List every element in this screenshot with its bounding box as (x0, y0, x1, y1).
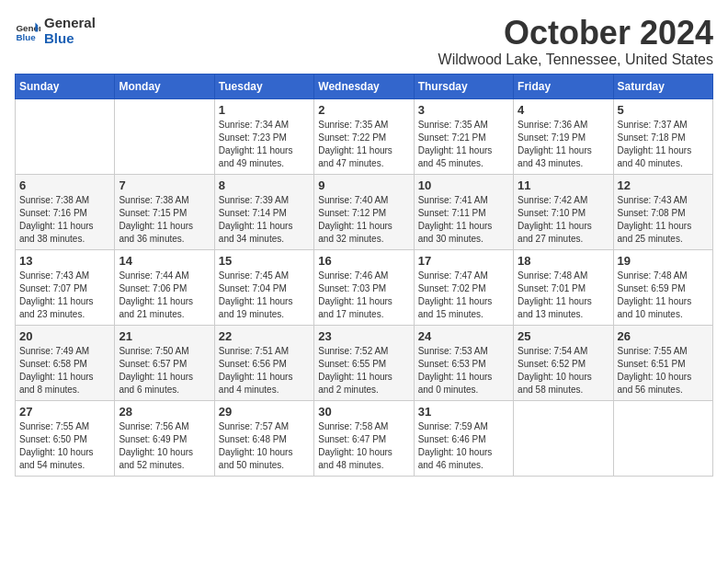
calendar-day-cell: 17Sunrise: 7:47 AM Sunset: 7:02 PM Dayli… (414, 249, 513, 325)
weekday-header: Monday (115, 74, 214, 98)
title-block: October 2024 Wildwood Lake, Tennessee, U… (438, 15, 713, 68)
day-number: 16 (318, 254, 409, 268)
day-number: 2 (318, 103, 409, 117)
day-info: Sunrise: 7:48 AM Sunset: 6:59 PM Dayligh… (618, 270, 709, 321)
day-number: 4 (518, 103, 609, 117)
day-number: 15 (219, 254, 310, 268)
day-number: 14 (119, 254, 210, 268)
day-number: 8 (219, 178, 310, 192)
logo-line2: Blue (44, 30, 96, 46)
day-number: 19 (618, 254, 709, 268)
weekday-header-row: SundayMondayTuesdayWednesdayThursdayFrid… (16, 74, 713, 98)
logo: General Blue General Blue (15, 15, 96, 46)
day-info: Sunrise: 7:58 AM Sunset: 6:47 PM Dayligh… (318, 420, 409, 472)
day-info: Sunrise: 7:35 AM Sunset: 7:22 PM Dayligh… (318, 119, 409, 170)
logo-icon: General Blue (15, 17, 40, 43)
calendar-week-row: 13Sunrise: 7:43 AM Sunset: 7:07 PM Dayli… (16, 249, 713, 325)
day-number: 29 (219, 405, 310, 419)
calendar-day-cell: 19Sunrise: 7:48 AM Sunset: 6:59 PM Dayli… (613, 249, 712, 325)
day-info: Sunrise: 7:37 AM Sunset: 7:18 PM Dayligh… (618, 119, 709, 170)
day-info: Sunrise: 7:38 AM Sunset: 7:15 PM Dayligh… (119, 194, 210, 246)
day-info: Sunrise: 7:49 AM Sunset: 6:58 PM Dayligh… (19, 345, 110, 396)
calendar-day-cell: 27Sunrise: 7:55 AM Sunset: 6:50 PM Dayli… (16, 400, 115, 476)
day-number: 24 (418, 329, 509, 343)
weekday-header: Sunday (16, 74, 115, 98)
calendar-week-row: 6Sunrise: 7:38 AM Sunset: 7:16 PM Daylig… (16, 174, 713, 249)
calendar-week-row: 27Sunrise: 7:55 AM Sunset: 6:50 PM Dayli… (16, 400, 713, 476)
day-number: 3 (418, 103, 509, 117)
day-info: Sunrise: 7:39 AM Sunset: 7:14 PM Dayligh… (219, 194, 310, 246)
weekday-header: Tuesday (214, 74, 313, 98)
day-info: Sunrise: 7:50 AM Sunset: 6:57 PM Dayligh… (119, 345, 210, 396)
day-info: Sunrise: 7:47 AM Sunset: 7:02 PM Dayligh… (418, 270, 509, 321)
svg-text:Blue: Blue (16, 32, 36, 42)
day-info: Sunrise: 7:56 AM Sunset: 6:49 PM Dayligh… (119, 420, 210, 472)
day-number: 30 (318, 405, 409, 419)
day-info: Sunrise: 7:55 AM Sunset: 6:51 PM Dayligh… (618, 345, 709, 396)
day-number: 7 (119, 178, 210, 192)
calendar-day-cell: 3Sunrise: 7:35 AM Sunset: 7:21 PM Daylig… (414, 98, 513, 174)
weekday-header: Saturday (613, 74, 712, 98)
calendar-day-cell: 24Sunrise: 7:53 AM Sunset: 6:53 PM Dayli… (414, 325, 513, 400)
location: Wildwood Lake, Tennessee, United States (438, 52, 713, 68)
calendar-day-cell: 30Sunrise: 7:58 AM Sunset: 6:47 PM Dayli… (314, 400, 414, 476)
day-info: Sunrise: 7:35 AM Sunset: 7:21 PM Dayligh… (418, 119, 509, 170)
calendar-day-cell: 6Sunrise: 7:38 AM Sunset: 7:16 PM Daylig… (16, 174, 115, 249)
calendar-day-cell: 28Sunrise: 7:56 AM Sunset: 6:49 PM Dayli… (115, 400, 214, 476)
day-info: Sunrise: 7:52 AM Sunset: 6:55 PM Dayligh… (318, 345, 409, 396)
day-number: 28 (119, 405, 210, 419)
weekday-header: Thursday (414, 74, 513, 98)
calendar-week-row: 1Sunrise: 7:34 AM Sunset: 7:23 PM Daylig… (16, 98, 713, 174)
calendar-day-cell (115, 98, 214, 174)
day-number: 5 (618, 103, 709, 117)
calendar-day-cell (16, 98, 115, 174)
calendar-day-cell: 10Sunrise: 7:41 AM Sunset: 7:11 PM Dayli… (414, 174, 513, 249)
calendar-day-cell: 1Sunrise: 7:34 AM Sunset: 7:23 PM Daylig… (214, 98, 313, 174)
calendar-day-cell: 20Sunrise: 7:49 AM Sunset: 6:58 PM Dayli… (16, 325, 115, 400)
calendar-day-cell: 29Sunrise: 7:57 AM Sunset: 6:48 PM Dayli… (214, 400, 313, 476)
day-info: Sunrise: 7:42 AM Sunset: 7:10 PM Dayligh… (518, 194, 609, 246)
day-info: Sunrise: 7:46 AM Sunset: 7:03 PM Dayligh… (318, 270, 409, 321)
calendar-day-cell: 21Sunrise: 7:50 AM Sunset: 6:57 PM Dayli… (115, 325, 214, 400)
month-title: October 2024 (438, 15, 713, 52)
day-number: 12 (618, 178, 709, 192)
day-number: 23 (318, 329, 409, 343)
calendar-day-cell (514, 400, 613, 476)
weekday-header: Friday (514, 74, 613, 98)
calendar-day-cell: 12Sunrise: 7:43 AM Sunset: 7:08 PM Dayli… (613, 174, 712, 249)
day-number: 27 (19, 405, 110, 419)
day-info: Sunrise: 7:54 AM Sunset: 6:52 PM Dayligh… (518, 345, 609, 396)
day-info: Sunrise: 7:48 AM Sunset: 7:01 PM Dayligh… (518, 270, 609, 321)
page-header: General Blue General Blue October 2024 W… (15, 15, 713, 68)
calendar-day-cell: 11Sunrise: 7:42 AM Sunset: 7:10 PM Dayli… (514, 174, 613, 249)
calendar-day-cell: 25Sunrise: 7:54 AM Sunset: 6:52 PM Dayli… (514, 325, 613, 400)
calendar-table: SundayMondayTuesdayWednesdayThursdayFrid… (15, 74, 713, 477)
day-info: Sunrise: 7:57 AM Sunset: 6:48 PM Dayligh… (219, 420, 310, 472)
calendar-day-cell: 26Sunrise: 7:55 AM Sunset: 6:51 PM Dayli… (613, 325, 712, 400)
calendar-week-row: 20Sunrise: 7:49 AM Sunset: 6:58 PM Dayli… (16, 325, 713, 400)
day-number: 11 (518, 178, 609, 192)
calendar-day-cell: 5Sunrise: 7:37 AM Sunset: 7:18 PM Daylig… (613, 98, 712, 174)
day-number: 26 (618, 329, 709, 343)
day-number: 20 (19, 329, 110, 343)
day-number: 13 (19, 254, 110, 268)
logo-line1: General (44, 15, 96, 30)
day-info: Sunrise: 7:38 AM Sunset: 7:16 PM Dayligh… (19, 194, 110, 246)
day-number: 17 (418, 254, 509, 268)
day-number: 6 (19, 178, 110, 192)
calendar-day-cell: 31Sunrise: 7:59 AM Sunset: 6:46 PM Dayli… (414, 400, 513, 476)
day-info: Sunrise: 7:40 AM Sunset: 7:12 PM Dayligh… (318, 194, 409, 246)
day-number: 1 (219, 103, 310, 117)
day-info: Sunrise: 7:59 AM Sunset: 6:46 PM Dayligh… (418, 420, 509, 472)
calendar-day-cell: 2Sunrise: 7:35 AM Sunset: 7:22 PM Daylig… (314, 98, 414, 174)
day-info: Sunrise: 7:34 AM Sunset: 7:23 PM Dayligh… (219, 119, 310, 170)
calendar-day-cell (613, 400, 712, 476)
calendar-day-cell: 9Sunrise: 7:40 AM Sunset: 7:12 PM Daylig… (314, 174, 414, 249)
calendar-day-cell: 18Sunrise: 7:48 AM Sunset: 7:01 PM Dayli… (514, 249, 613, 325)
calendar-day-cell: 14Sunrise: 7:44 AM Sunset: 7:06 PM Dayli… (115, 249, 214, 325)
day-info: Sunrise: 7:51 AM Sunset: 6:56 PM Dayligh… (219, 345, 310, 396)
day-info: Sunrise: 7:55 AM Sunset: 6:50 PM Dayligh… (19, 420, 110, 472)
calendar-day-cell: 23Sunrise: 7:52 AM Sunset: 6:55 PM Dayli… (314, 325, 414, 400)
calendar-day-cell: 16Sunrise: 7:46 AM Sunset: 7:03 PM Dayli… (314, 249, 414, 325)
calendar-day-cell: 8Sunrise: 7:39 AM Sunset: 7:14 PM Daylig… (214, 174, 313, 249)
